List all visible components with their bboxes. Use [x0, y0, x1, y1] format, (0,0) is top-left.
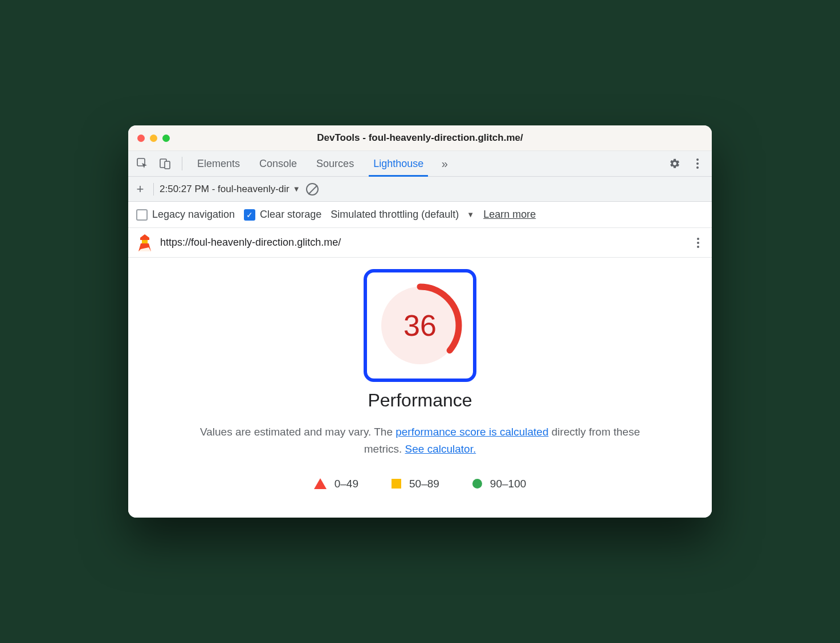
calculator-link[interactable]: See calculator.: [405, 443, 476, 455]
devtools-tabstrip: Elements Console Sources Lighthouse »: [128, 150, 712, 177]
lighthouse-icon: [137, 234, 152, 251]
more-tabs-icon[interactable]: »: [435, 154, 454, 173]
throttling-selector[interactable]: Simulated throttling (default) ▼: [331, 209, 474, 221]
report-selector[interactable]: 2:50:27 PM - foul-heavenly-dir ▼: [160, 184, 300, 195]
legend-good: 90–100: [472, 478, 526, 490]
divider: [182, 157, 182, 170]
report-header: https://foul-heavenly-direction.glitch.m…: [128, 228, 712, 258]
divider: [153, 183, 154, 196]
new-report-button[interactable]: +: [133, 182, 148, 197]
devtools-window: DevTools - foul-heavenly-direction.glitc…: [128, 125, 712, 518]
device-toggle-icon[interactable]: [156, 154, 175, 173]
inspect-icon[interactable]: [133, 154, 152, 173]
report-menu-icon[interactable]: [694, 234, 703, 251]
tab-elements[interactable]: Elements: [189, 151, 248, 176]
report-selector-label: 2:50:27 PM - foul-heavenly-dir: [160, 184, 289, 195]
desc-text: Values are estimated and may vary. The: [200, 426, 395, 438]
score-legend: 0–49 50–89 90–100: [142, 478, 698, 490]
legend-label: 90–100: [490, 478, 526, 490]
minimize-icon[interactable]: [150, 135, 157, 142]
svg-marker-3: [140, 234, 149, 240]
circle-icon: [472, 479, 482, 489]
score-highlight-box: 36: [364, 269, 476, 382]
legend-poor: 0–49: [314, 478, 358, 490]
option-label: Clear storage: [260, 209, 321, 221]
legacy-nav-option[interactable]: Legacy navigation: [136, 209, 235, 221]
legend-average: 50–89: [392, 478, 439, 490]
report-content: 36 Performance Values are estimated and …: [128, 258, 712, 518]
clear-button[interactable]: [306, 183, 319, 196]
learn-more-link[interactable]: Learn more: [483, 209, 536, 221]
chevron-down-icon: ▼: [467, 210, 474, 219]
svg-rect-2: [165, 161, 170, 169]
tab-label: Console: [259, 158, 297, 170]
triangle-icon: [314, 478, 327, 489]
category-title: Performance: [142, 390, 698, 411]
score-value: 36: [374, 280, 466, 371]
tab-console[interactable]: Console: [251, 151, 305, 176]
svg-rect-4: [142, 240, 148, 243]
performance-gauge[interactable]: 36: [374, 280, 466, 371]
settings-icon[interactable]: [665, 154, 684, 173]
option-label: Legacy navigation: [152, 209, 235, 221]
checkbox-checked-icon[interactable]: ✓: [244, 209, 255, 221]
tab-label: Elements: [197, 158, 240, 170]
close-icon[interactable]: [137, 135, 145, 142]
legend-label: 50–89: [409, 478, 439, 490]
score-description: Values are estimated and may vary. The p…: [198, 424, 642, 457]
checkbox-unchecked-icon[interactable]: [136, 209, 148, 221]
throttling-label: Simulated throttling (default): [331, 209, 459, 221]
legend-label: 0–49: [335, 478, 358, 490]
window-controls: [137, 135, 170, 142]
report-url: https://foul-heavenly-direction.glitch.m…: [160, 237, 686, 249]
clear-storage-option[interactable]: ✓ Clear storage: [244, 209, 321, 221]
tab-lighthouse[interactable]: Lighthouse: [365, 151, 431, 176]
maximize-icon[interactable]: [162, 135, 170, 142]
lighthouse-subbar: + 2:50:27 PM - foul-heavenly-dir ▼: [128, 177, 712, 202]
lighthouse-options: Legacy navigation ✓ Clear storage Simula…: [128, 202, 712, 228]
score-calc-link[interactable]: performance score is calculated: [395, 426, 548, 438]
tab-label: Lighthouse: [373, 158, 423, 170]
window-title: DevTools - foul-heavenly-direction.glitc…: [128, 132, 712, 144]
square-icon: [392, 479, 401, 489]
window-titlebar: DevTools - foul-heavenly-direction.glitc…: [128, 125, 712, 150]
chevron-down-icon: ▼: [293, 185, 300, 193]
tab-sources[interactable]: Sources: [308, 151, 362, 176]
tab-label: Sources: [316, 158, 354, 170]
more-menu-icon[interactable]: [688, 154, 707, 173]
